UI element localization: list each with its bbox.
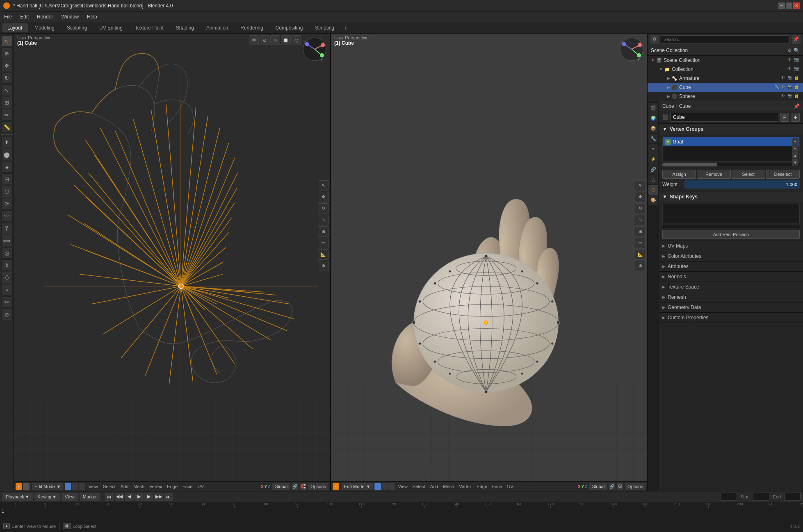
vp-right-tool4[interactable]: ⤡ bbox=[635, 215, 646, 225]
props-object-data-tab[interactable]: △ bbox=[648, 175, 658, 184]
vp-right-face-menu[interactable]: Face bbox=[490, 483, 504, 490]
move-tool-btn[interactable]: ✥ bbox=[1, 60, 13, 71]
breadcrumb-pin-btn[interactable]: 📌 bbox=[794, 103, 800, 109]
bevel-btn[interactable]: ◈ bbox=[1, 161, 13, 173]
sk-scrollbar[interactable] bbox=[662, 225, 800, 228]
props-constraints-tab[interactable]: 🔗 bbox=[648, 164, 658, 174]
outliner-armature[interactable]: ▶ 🦴 Armature 👁 📷 🔒 bbox=[648, 74, 803, 83]
vp-left-proportional-btn[interactable]: ◎ bbox=[292, 35, 301, 45]
transform-tool-btn[interactable]: ⊞ bbox=[1, 97, 13, 108]
gl-btn[interactable]: Gl bbox=[617, 483, 623, 490]
vp-right-view-menu[interactable]: View bbox=[396, 483, 410, 490]
keying-menu-btn[interactable]: Keying ▼ bbox=[34, 493, 60, 501]
rip-btn[interactable]: ⌿ bbox=[1, 284, 13, 296]
cube-render-icon[interactable]: 📷 bbox=[787, 84, 793, 90]
props-material-tab[interactable]: 🎨 bbox=[648, 195, 658, 205]
tab-sculpting[interactable]: Sculpting bbox=[61, 23, 93, 32]
shear-btn[interactable]: ⟨⟩ bbox=[1, 272, 13, 283]
sphere-lock-icon[interactable]: 🔒 bbox=[794, 93, 800, 99]
tab-compositing[interactable]: Compositing bbox=[270, 23, 309, 32]
arm-render-icon[interactable]: 📷 bbox=[787, 75, 793, 81]
extrude-btn[interactable]: ⬆ bbox=[1, 136, 13, 148]
timeline-ruler[interactable]: 1 1 10 20 30 40 50 60 70 80 bbox=[0, 502, 803, 520]
loopcut-btn[interactable]: ⊟ bbox=[1, 173, 13, 185]
shape-keys-header[interactable]: ▼ Shape Keys bbox=[659, 191, 803, 202]
vp-left-snap-btn[interactable]: 🔲 bbox=[281, 35, 291, 45]
viewport-right[interactable]: User Perspective (1) Cube X Y bbox=[331, 34, 647, 491]
vp-right-vertex-menu[interactable]: Vertex bbox=[457, 483, 474, 490]
vp-left-overlay-btn[interactable]: ⊙ bbox=[260, 35, 269, 45]
marker-menu-btn[interactable]: Marker bbox=[80, 493, 100, 501]
current-frame-input[interactable]: 1 bbox=[721, 493, 737, 501]
annotate-tool-btn[interactable]: ✏ bbox=[1, 109, 13, 120]
new-datablock-btn[interactable]: ✚ bbox=[791, 113, 800, 122]
minimize-button[interactable]: ─ bbox=[778, 2, 785, 9]
vp-left-face-menu[interactable]: Face bbox=[180, 483, 194, 490]
outliner-sphere[interactable]: ▶ ⚫ Sphere 👁 📷 🔒 bbox=[648, 92, 803, 101]
remove-btn[interactable]: Remove bbox=[697, 170, 730, 179]
vp-left-mesh-menu[interactable]: Mesh bbox=[131, 483, 146, 490]
vp-left-tool1[interactable]: ↖ bbox=[318, 180, 328, 191]
snap-icon-left[interactable]: 🔗 bbox=[292, 483, 298, 490]
vg-remove-btn[interactable]: − bbox=[792, 145, 798, 152]
face-mode-btn-right[interactable] bbox=[388, 483, 395, 490]
next-frame-btn[interactable]: ▶ bbox=[144, 493, 153, 501]
props-particles-tab[interactable]: ✦ bbox=[648, 144, 658, 154]
global-btn-left[interactable]: Global bbox=[272, 483, 290, 490]
outliner-collection[interactable]: ▼ 📁 Collection 👁 📷 bbox=[648, 65, 803, 74]
uv-maps-header[interactable]: ▶ UV Maps bbox=[659, 241, 803, 251]
vp-right-tool1[interactable]: ↖ bbox=[635, 180, 646, 191]
tab-shading[interactable]: Shading bbox=[170, 23, 200, 32]
polybuild-btn[interactable]: ⬡ bbox=[1, 186, 13, 197]
tab-modeling[interactable]: Modeling bbox=[29, 23, 60, 32]
vp-right-tool3[interactable]: ↻ bbox=[635, 203, 646, 214]
vg-move-up-btn[interactable]: ▲ bbox=[792, 152, 798, 159]
arm-lock-icon[interactable]: 🔒 bbox=[794, 75, 800, 81]
end-frame-input[interactable]: 1 bbox=[784, 493, 801, 501]
fake-user-btn[interactable]: F bbox=[780, 113, 789, 122]
close-button[interactable]: ✕ bbox=[793, 2, 800, 9]
viewport-left[interactable]: User Perspective (1) Cube X Y bbox=[14, 34, 331, 491]
object-name-field[interactable]: Cube bbox=[670, 113, 778, 122]
weight-bar[interactable]: 1.000 bbox=[684, 180, 800, 189]
sphere-view-icon[interactable]: 👁 bbox=[781, 93, 787, 99]
vp-left-gizmo-btn[interactable]: ⟳ bbox=[270, 35, 280, 45]
normals-header[interactable]: ▶ Normals bbox=[659, 272, 803, 282]
edge-mode-btn-left[interactable] bbox=[72, 483, 78, 490]
vp-left-select-menu[interactable]: Select bbox=[101, 483, 118, 490]
vp-right-select-menu[interactable]: Select bbox=[411, 483, 427, 490]
inset-btn[interactable]: ⬤ bbox=[1, 149, 13, 160]
vp-right-tool2[interactable]: ✥ bbox=[635, 192, 646, 202]
magnet-icon-left[interactable]: 🧲 bbox=[300, 483, 306, 490]
tab-rendering[interactable]: Rendering bbox=[235, 23, 269, 32]
menu-window[interactable]: Window bbox=[57, 11, 83, 22]
edit-mode-dropdown-left[interactable]: Edit Mode ▼ bbox=[32, 483, 63, 490]
options-btn-left[interactable]: Options bbox=[308, 483, 328, 490]
vp-left-add-menu[interactable]: Add bbox=[119, 483, 131, 490]
jump-prev-keyframe-btn[interactable]: ◀◀ bbox=[115, 493, 124, 501]
vp-left-tool7[interactable]: 📐 bbox=[318, 249, 328, 260]
vp-left-vertex-menu[interactable]: Vertex bbox=[147, 483, 164, 490]
assign-btn[interactable]: Assign bbox=[662, 170, 696, 179]
outliner-cube[interactable]: ▶ ⬛ Cube 🔧 👁 📷 🔒 bbox=[648, 83, 803, 92]
vp-right-tool7[interactable]: 📐 bbox=[635, 249, 646, 260]
add-rest-position-btn[interactable]: Add Rest Position bbox=[662, 230, 800, 239]
vp-left-uv-menu[interactable]: UV bbox=[196, 483, 206, 490]
vp-right-edge-menu[interactable]: Edge bbox=[474, 483, 489, 490]
edge-mode-btn-right[interactable] bbox=[381, 483, 388, 490]
randomize-btn[interactable]: ⁑ bbox=[1, 223, 13, 234]
jump-next-keyframe-btn[interactable]: ▶▶ bbox=[154, 493, 163, 501]
attributes-header[interactable]: ▶ Attributes bbox=[659, 261, 803, 271]
rotate-tool-btn[interactable]: ↻ bbox=[1, 72, 13, 84]
vp-left-view-btn[interactable]: 👁 bbox=[249, 35, 259, 45]
coll-view-icon[interactable]: 👁 bbox=[787, 66, 793, 72]
vp-left-tool5[interactable]: ⊞ bbox=[318, 226, 328, 237]
vertex-mode-btn-right[interactable] bbox=[374, 483, 381, 490]
view-menu-btn[interactable]: View bbox=[62, 493, 78, 501]
prev-frame-btn[interactable]: ◀ bbox=[125, 493, 134, 501]
vp-right-mesh-menu[interactable]: Mesh bbox=[441, 483, 456, 490]
custom-properties-header[interactable]: ▶ Custom Properties bbox=[659, 313, 803, 323]
vp-left-tool8[interactable]: ⊕ bbox=[318, 261, 328, 271]
deselect-btn[interactable]: Deselect bbox=[766, 170, 800, 179]
props-filter-btn[interactable]: ⚙ bbox=[650, 35, 659, 44]
